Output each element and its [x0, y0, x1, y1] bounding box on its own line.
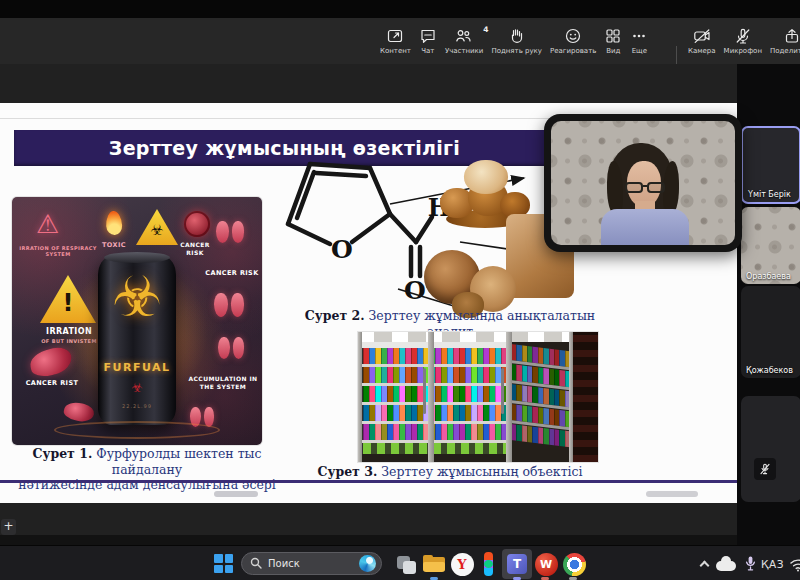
tray-chevron-up-icon[interactable]: [700, 561, 710, 571]
participants-button[interactable]: 4 Участники: [441, 18, 488, 64]
grid-view-icon: [604, 27, 622, 45]
meeting-window: Контент Чат 4 Участники Поднять руку Реа…: [0, 0, 800, 580]
beverage-fridge-image: [358, 332, 598, 462]
file-explorer-button[interactable]: [421, 551, 447, 577]
more-label: Еще: [632, 47, 647, 55]
start-button[interactable]: [214, 554, 233, 573]
share-label: Поделиться: [770, 47, 800, 55]
taskbar-search-box[interactable]: Поиск: [241, 552, 382, 575]
tray-microphone-icon[interactable]: [744, 555, 757, 576]
door-frame: [506, 332, 512, 462]
figma-button[interactable]: [477, 551, 503, 577]
shelf-row: [363, 424, 509, 440]
camera-off-icon: [693, 27, 711, 45]
warning-triangle-icon: ⚠: [36, 211, 59, 237]
slide-scrollbar-thumb[interactable]: [646, 491, 698, 497]
toolbar-device-group: Камера Микрофон Поделиться: [684, 18, 800, 64]
content-share-label: Контент: [380, 47, 411, 55]
hazard-label-toxic: TOXIC: [92, 241, 136, 249]
figure1-caption-line1: Фурфуролды шектен тыс пайдалану: [96, 446, 261, 477]
chat-icon: [419, 27, 437, 45]
floor-ripple: [54, 421, 220, 439]
participant-tile[interactable]: Қожабеков: [741, 286, 800, 378]
search-highlights-icon: [359, 555, 376, 572]
door-frame: [358, 332, 362, 462]
stage-bottom-shadow: [0, 535, 737, 545]
participant-tile[interactable]: [741, 396, 800, 502]
task-view-button[interactable]: [393, 551, 419, 577]
share-button[interactable]: Поделиться: [766, 18, 800, 64]
shelf-row: [363, 405, 509, 421]
share-up-arrow-icon: [783, 27, 800, 45]
furfural-can: ☣ FURFUAL ☣ 22.2L.99: [98, 257, 176, 425]
can-small-biohazard: ☣: [98, 381, 176, 394]
yandex-browser-icon: Y: [451, 553, 474, 576]
onedrive-cloud-icon[interactable]: [716, 561, 736, 571]
teams-icon: T: [507, 554, 527, 574]
hazard-label-cancer-right: CANCER RISK: [204, 269, 260, 277]
cancer-risk-badge-icon: [184, 211, 210, 237]
task-view-icon: [394, 552, 418, 576]
chrome-button[interactable]: [561, 551, 587, 577]
wifi-icon[interactable]: [789, 557, 800, 576]
figma-icon: [481, 552, 499, 576]
presenter-video-overlay[interactable]: [544, 114, 742, 252]
window-titlebar: [0, 0, 800, 18]
wps-office-button[interactable]: W: [533, 551, 559, 577]
zoom-plus-button[interactable]: +: [1, 519, 16, 535]
participant-name: Оразбаева: [746, 272, 791, 281]
content-share-button[interactable]: Контент: [376, 18, 415, 64]
lungs-icon: [214, 293, 244, 317]
hazard-label-irritation: IRRATION: [40, 327, 98, 337]
camera-toggle-button[interactable]: Камера: [684, 18, 720, 64]
participant-name: Қожабеков: [746, 366, 793, 375]
biohazard-triangle-icon: ☣: [136, 209, 178, 245]
shelf-row: [363, 367, 509, 383]
yandex-browser-button[interactable]: Y: [449, 551, 475, 577]
toolbar-main-group: Контент Чат 4 Участники Поднять руку Реа…: [376, 18, 652, 64]
participant-name: Үміт Берік: [748, 190, 791, 199]
keyboard-language-indicator[interactable]: ҚАЗ: [761, 558, 784, 570]
bronchi-icon: [218, 337, 244, 359]
raise-hand-label: Поднять руку: [491, 47, 542, 55]
participant-tile[interactable]: Оразбаева: [741, 207, 800, 284]
door-frame: [569, 332, 573, 462]
mic-off-icon: [734, 27, 752, 45]
microphone-toggle-button[interactable]: Микрофон: [720, 18, 766, 64]
figure3-caption-text: Зерттеу жұмысының объектісі: [381, 464, 582, 479]
figure3-caption: Сурет 3. Зерттеу жұмысының объектісі: [298, 464, 602, 480]
shelf-row: [363, 348, 509, 364]
wps-office-icon: W: [535, 553, 558, 576]
hazard-label-cancer-bottom: CANCER RIST: [24, 379, 80, 387]
figure1-caption: Сурет 1. Фурфуролды шектен тыс пайдалану…: [6, 446, 288, 493]
furfural-hazard-image: ⚠ IRRATION OF RESPIRACY SYSTEM TOXIC ☣ C…: [12, 197, 262, 445]
fridge-angled-section: [510, 340, 572, 458]
figure1-caption-label: Сурет 1.: [32, 446, 92, 461]
hazard-label-respiratory: IRRATION OF RESPIRACY SYSTEM: [16, 245, 100, 258]
slide-footer-rule: [0, 480, 737, 483]
microphone-label: Микрофон: [724, 47, 762, 55]
participant-tile-active[interactable]: Үміт Берік: [741, 126, 800, 204]
search-placeholder: Поиск: [268, 558, 353, 569]
participants-label: Участники: [445, 47, 484, 55]
react-button[interactable]: Реагировать: [546, 18, 600, 64]
folder-icon: [421, 552, 447, 576]
can-batch-code: 22.2L.99: [98, 403, 176, 409]
bottom-crates: [363, 443, 509, 454]
chat-button[interactable]: Чат: [415, 18, 441, 64]
view-button[interactable]: Вид: [600, 18, 626, 64]
flame-icon: [105, 211, 122, 236]
running-indicator: [430, 577, 438, 580]
more-button[interactable]: Еще: [626, 18, 652, 64]
more-ellipsis-icon: [630, 27, 648, 45]
chrome-icon: [563, 553, 586, 576]
raise-hand-button[interactable]: Поднять руку: [487, 18, 546, 64]
teams-button-active[interactable]: T: [502, 549, 532, 579]
slide-scrollbar-thumb[interactable]: [214, 491, 258, 497]
figure3-caption-label: Сурет 3.: [317, 464, 377, 479]
sugared-pastry-piece: [464, 160, 508, 194]
participants-icon: [454, 27, 474, 45]
can-biohazard-symbol: ☣: [98, 269, 176, 325]
smiley-icon: [564, 27, 582, 45]
fridge-front-section: [362, 342, 510, 454]
